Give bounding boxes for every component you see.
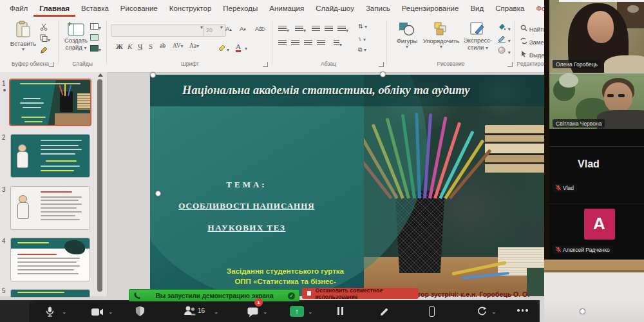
slide-title-box[interactable]: Національна академія статистики, обліку … [150, 75, 601, 106]
sort-button[interactable]: ⇅ ▾ [358, 23, 367, 30]
record-icon[interactable] [477, 307, 487, 316]
scrollbar-thumb[interactable] [97, 79, 102, 292]
more-options-icon[interactable] [517, 309, 528, 312]
dialog-launcher-icon[interactable] [379, 62, 384, 67]
arrange-button[interactable]: Упорядочить ▾ [422, 22, 460, 50]
tab-файл[interactable]: Файл [4, 0, 33, 17]
tab-рисование[interactable]: Рисование [115, 0, 164, 17]
slide-layout-button[interactable]: ▾ [90, 23, 101, 31]
grow-font-button[interactable]: A▴ [225, 25, 232, 32]
tab-переходы[interactable]: Переходы [217, 0, 263, 17]
clear-formatting-button[interactable]: A⌦ [255, 25, 265, 32]
tab-анимация[interactable]: Анимация [263, 0, 310, 17]
dialog-launcher-icon[interactable] [263, 62, 268, 67]
format-painter-button[interactable] [40, 46, 48, 55]
chat-icon[interactable] [247, 307, 258, 317]
text-direction-button[interactable]: ⑊ ▾ [358, 36, 366, 43]
bold-button[interactable]: Ж [116, 43, 123, 50]
selection-handle[interactable] [580, 308, 585, 314]
new-slide-button[interactable]: Создатьслайд ▾ [62, 22, 90, 52]
video-tile-participant-4[interactable]: А Алексей Радченко [549, 204, 644, 260]
arrange-icon [433, 22, 449, 36]
video-camera-icon[interactable] [91, 308, 104, 316]
underline-button[interactable]: Ч [138, 43, 142, 50]
slide-canvas[interactable]: Національна академія статистики, обліку … [150, 75, 601, 296]
convert-smartart-button[interactable]: ⧉ ▾ [358, 46, 366, 53]
char-spacing-button[interactable]: AV▾ [173, 43, 184, 49]
line-spacing-button[interactable]: ▾ [337, 26, 348, 33]
share-screen-icon[interactable]: ↑ [290, 306, 304, 317]
shadow-button[interactable]: S [149, 43, 153, 50]
find-button[interactable]: Найти [520, 24, 547, 33]
numbering-button[interactable]: ▾ [295, 26, 306, 33]
drawing-group-label: Рисование [425, 61, 477, 67]
highlight-button[interactable]: ▾ [218, 44, 229, 53]
chevron-up-icon[interactable]: ⌄ [214, 308, 219, 315]
stop-share-button[interactable]: Остановить совместное использование [302, 288, 419, 299]
security-shield-icon[interactable] [135, 306, 145, 317]
video-tile-participant-3[interactable]: Vlad Vlad [549, 147, 644, 204]
tab-главная[interactable]: Главная [33, 0, 75, 17]
align-left-button[interactable] [278, 40, 287, 48]
participants-icon[interactable] [184, 306, 196, 316]
slide-thumbnail-2[interactable] [10, 134, 90, 178]
cut-button[interactable] [40, 23, 48, 32]
annotate-pencil-icon[interactable] [380, 307, 390, 316]
align-right-button[interactable] [304, 40, 312, 48]
ppt-menu-bar: ФайлГлавнаяВставкаРисованиеКонструкторПе… [0, 0, 554, 17]
columns-button[interactable]: ▾ [334, 40, 342, 48]
selection-handle[interactable] [155, 191, 161, 196]
font-size-combobox[interactable]: 20▾ [203, 24, 226, 37]
slide-thumbnail-4[interactable] [10, 238, 90, 281]
tab-запись[interactable]: Запись [360, 0, 396, 17]
chevron-up-icon[interactable]: ⌄ [308, 308, 313, 315]
selection-handle[interactable] [380, 71, 386, 77]
shrink-font-button[interactable]: A▾ [240, 25, 246, 32]
shape-fill-button[interactable]: ▾ [497, 23, 511, 32]
tab-вставка[interactable]: Вставка [75, 0, 115, 17]
slide-thumbnail-3[interactable] [10, 186, 90, 230]
slide-footer-box[interactable]: Засідання студентського гуртка ОПП «Стат… [169, 266, 401, 287]
increase-indent-button[interactable] [325, 26, 333, 33]
chevron-up-icon[interactable]: ⌄ [263, 308, 268, 315]
tab-рецензирование[interactable]: Рецензирование [396, 0, 465, 17]
remote-control-icon[interactable] [429, 306, 435, 317]
pause-share-icon[interactable] [337, 307, 343, 315]
slide-topic-box[interactable]: ТЕМА: ОСОБЛИВОСТІ НАПИСАННЯ НАУКОВИХ ТЕЗ [167, 180, 327, 233]
chevron-up-icon[interactable]: ⌄ [108, 308, 113, 315]
tab-вид[interactable]: Вид [464, 0, 489, 17]
font-name-combobox[interactable]: ▾ [111, 24, 206, 37]
bullets-button[interactable]: ▾ [278, 26, 289, 33]
tab-конструктор[interactable]: Конструктор [164, 0, 218, 17]
video-tile-participant-2[interactable]: Світлана Червона [549, 73, 644, 147]
tab-слайд-шоу[interactable]: Слайд-шоу [310, 0, 360, 17]
mic-icon[interactable] [45, 306, 55, 317]
thumbnail-scrollbar[interactable] [97, 73, 102, 295]
chevron-up-icon[interactable]: ⌄ [491, 308, 497, 315]
copy-button[interactable]: ▾ [40, 34, 50, 43]
shape-outline-button[interactable]: ▾ [497, 35, 511, 44]
italic-button[interactable]: К [128, 43, 132, 50]
shapes-button[interactable]: Фигуры ▾ [394, 22, 420, 50]
tab-справка[interactable]: Справка [489, 0, 530, 17]
stop-square-icon [307, 291, 311, 296]
slide-thumbnail-5[interactable] [10, 289, 90, 298]
video-tile-participant-1[interactable]: Олена Горобець [549, 0, 644, 73]
check-circle-icon[interactable]: ✓ [288, 292, 295, 299]
chevron-up-icon[interactable]: ⌄ [62, 308, 67, 315]
dialog-launcher-icon[interactable] [507, 62, 513, 67]
scroll-up-arrow-icon[interactable] [98, 73, 103, 77]
change-case-button[interactable]: Aa▾ [189, 43, 199, 49]
selection-handle[interactable] [150, 72, 156, 78]
justify-button[interactable] [317, 40, 325, 48]
shape-effects-button[interactable]: ▾ [497, 46, 511, 55]
strikethrough-button[interactable]: ab [160, 43, 166, 49]
align-center-button[interactable] [291, 40, 299, 48]
section-button[interactable]: ▾ [90, 45, 101, 53]
font-color-button[interactable]: А [236, 43, 241, 52]
decrease-indent-button[interactable] [312, 26, 320, 33]
paste-button[interactable]: Вставить ▾ [9, 21, 37, 52]
reset-slide-button[interactable] [90, 34, 99, 42]
slide-thumbnail-1[interactable] [9, 79, 91, 126]
quick-styles-button[interactable]: Экспресс-стили ▾ [462, 22, 493, 52]
